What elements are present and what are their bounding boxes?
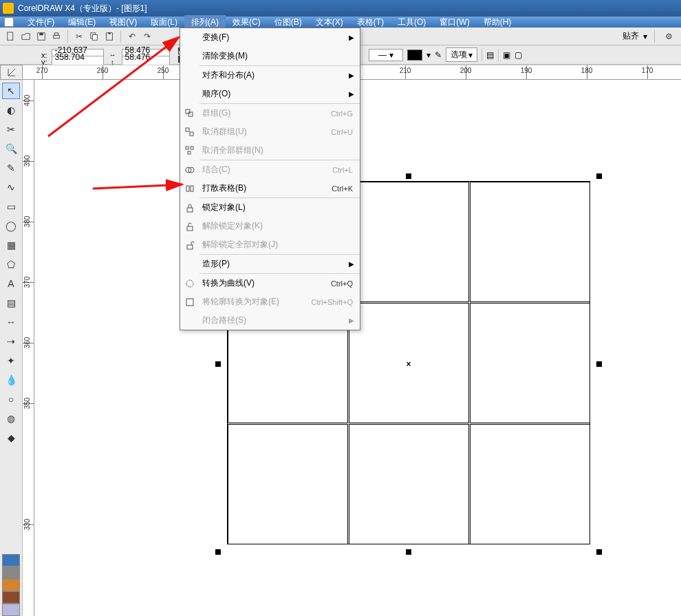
selection-handle-se[interactable] [596, 549, 602, 555]
menu-item-0[interactable]: 文件(F) [21, 15, 61, 30]
to-front-button[interactable]: ▤ [486, 50, 494, 60]
tool-crop[interactable]: ✂ [2, 121, 20, 138]
new-doc-button[interactable] [4, 30, 18, 43]
cell[interactable] [470, 182, 590, 302]
open-button[interactable] [19, 30, 33, 43]
tool-freehand[interactable]: ✎ [2, 160, 20, 176]
ruler-label: 270 [36, 67, 48, 74]
ruler-label: 170 [642, 67, 653, 74]
svg-rect-24 [186, 299, 193, 306]
tool-smart[interactable]: ∿ [2, 179, 20, 195]
fill-color-swatch[interactable] [407, 50, 422, 61]
svg-rect-0 [8, 32, 13, 39]
undo-button[interactable]: ↶ [125, 30, 139, 43]
tool-ifill[interactable]: ◆ [2, 429, 20, 446]
menu-item: 群组(G)Ctrl+G [180, 104, 360, 123]
menu-item[interactable]: 转换为曲线(V)Ctrl+Q [180, 274, 360, 293]
menu-item[interactable]: 造形(P)▶ [180, 255, 360, 273]
menu-item-label: 解除锁定对象(K) [199, 220, 360, 232]
selection-handle-s[interactable] [406, 549, 411, 555]
cell[interactable] [470, 303, 590, 423]
menu-item-3[interactable]: 版面(L) [144, 15, 184, 30]
tool-eyedrop[interactable]: 💧 [2, 372, 20, 388]
submenu-arrow-icon: ▶ [349, 260, 354, 268]
svg-rect-2 [39, 32, 43, 35]
print-button[interactable] [50, 30, 63, 43]
cell[interactable] [349, 424, 469, 544]
tool-zoom[interactable]: 🔍 [2, 140, 20, 157]
palette-swatch[interactable] [2, 579, 20, 591]
selection-handle-ne[interactable] [596, 173, 602, 179]
ruler-label: 200 [460, 67, 472, 74]
palette-swatch[interactable] [2, 604, 20, 616]
menu-item[interactable]: 顺序(O)▶ [180, 85, 360, 103]
menu-item[interactable]: 变换(F)▶ [180, 28, 360, 47]
selection-handle-w[interactable] [215, 361, 221, 367]
tool-pick[interactable]: ↖ [2, 83, 20, 99]
cut-button[interactable]: ✂ [72, 30, 86, 43]
tool-polygon[interactable]: ⬠ [2, 256, 20, 273]
menu-item-shortcut: Ctrl+Q [331, 279, 360, 288]
tool-ellipse[interactable]: ◯ [2, 217, 20, 234]
tool-graph[interactable]: ▦ [2, 237, 20, 253]
paste-button[interactable] [102, 30, 116, 43]
arrange-menu-dropdown: 变换(F)▶清除变换(M)对齐和分布(A)▶顺序(O)▶群组(G)Ctrl+G取… [180, 28, 360, 330]
pen-icon[interactable]: ✎ [435, 50, 442, 60]
palette-swatch[interactable] [2, 566, 20, 579]
selection-handle-n[interactable] [406, 173, 411, 179]
palette-swatch[interactable] [2, 591, 20, 604]
ruler-origin[interactable] [0, 65, 23, 80]
menu-item-shortcut: Ctrl+U [332, 128, 360, 136]
menu-item-9[interactable]: 工具(O) [391, 15, 433, 30]
menu-item-10[interactable]: 窗口(W) [433, 15, 476, 30]
menu-item: 结合(C)Ctrl+L [180, 160, 360, 179]
menu-item[interactable]: 清除变换(M) [180, 47, 360, 65]
cell[interactable] [470, 424, 590, 544]
menu-item[interactable]: 对齐和分布(A)▶ [180, 66, 360, 85]
menu-item-11[interactable]: 帮助(H) [477, 15, 519, 30]
ruler-vertical[interactable]: 400390380370360350330 [23, 80, 34, 616]
tool-fill[interactable]: ◍ [2, 410, 20, 427]
tool-dims[interactable]: ↔ [2, 314, 20, 330]
palette-swatch[interactable] [2, 554, 20, 566]
tool-shape[interactable]: ◐ [2, 102, 20, 118]
menu-item: 取消全部群组(N) [180, 141, 360, 160]
selection-handle-sw[interactable] [215, 549, 221, 555]
menu-bar: 文件(F)编辑(E)视图(V)版面(L)排列(A)效果(C)位图(B)文本(X)… [0, 17, 681, 28]
menu-item-shortcut: Ctrl+G [331, 109, 360, 118]
menu-item[interactable]: 打散表格(B)Ctrl+K [180, 179, 360, 198]
extra-button[interactable]: ▢ [515, 50, 522, 60]
menu-item-2[interactable]: 视图(V) [102, 15, 144, 30]
control-box-icon[interactable] [4, 17, 14, 27]
tool-rect[interactable]: ▭ [2, 198, 20, 215]
copy-button[interactable] [87, 30, 101, 43]
unlock-icon [180, 222, 199, 231]
cell[interactable] [228, 424, 348, 544]
tool-table[interactable]: ▤ [2, 295, 20, 311]
fill-dropdown-arrow[interactable]: ▾ [426, 50, 431, 60]
menu-item-label: 打散表格(B) [199, 182, 332, 194]
cell[interactable] [349, 182, 469, 302]
options-icon[interactable]: ⚙ [662, 30, 675, 43]
color-palette [2, 554, 20, 616]
save-button[interactable] [34, 30, 48, 43]
svg-rect-21 [187, 226, 193, 231]
snap-dropdown-arrow[interactable]: ▾ [643, 32, 647, 41]
svg-rect-9 [186, 109, 190, 114]
tool-connector[interactable]: ⇢ [2, 333, 20, 350]
curve-icon [180, 279, 199, 288]
menu-item[interactable]: 锁定对象(L) [180, 198, 360, 217]
tool-text[interactable]: A [2, 275, 20, 292]
menu-item-label: 转换为曲线(V) [199, 277, 331, 289]
selection-handle-e[interactable] [596, 361, 602, 367]
options-button[interactable]: 选项▾ [446, 47, 477, 62]
ruler-label: 390 [23, 156, 31, 167]
menu-item-1[interactable]: 编辑(E) [61, 15, 102, 30]
menu-item-label: 群组(G) [199, 107, 331, 119]
tool-outline[interactable]: ○ [2, 391, 20, 407]
svg-point-23 [186, 280, 193, 287]
tool-effects[interactable]: ✦ [2, 352, 20, 369]
outline-width-select[interactable]: —▾ [369, 49, 403, 61]
wrap-button[interactable]: ▣ [503, 50, 510, 60]
redo-button[interactable]: ↷ [140, 30, 154, 43]
